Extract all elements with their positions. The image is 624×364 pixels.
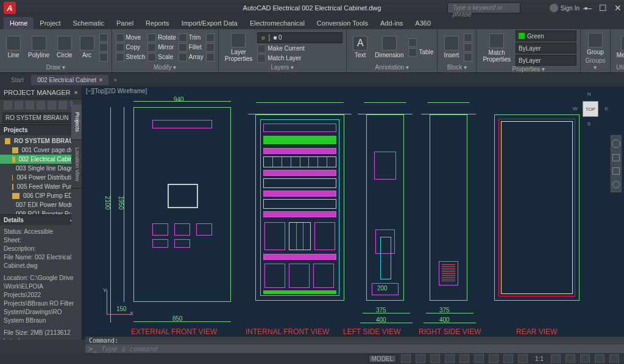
array-button[interactable]: Array (179, 53, 204, 61)
pm-tool-6[interactable] (58, 101, 67, 110)
modify-extra-2[interactable] (206, 43, 214, 52)
tree-item[interactable]: 004 Power Distribution (0, 173, 82, 182)
viewcube-north[interactable]: N (587, 91, 591, 97)
maximize-button[interactable]: ☐ (599, 3, 607, 13)
sb-osnap-icon[interactable] (459, 354, 469, 363)
circle-button[interactable]: Circle (54, 35, 75, 60)
pan-icon[interactable] (612, 154, 620, 161)
scale-button[interactable]: Scale (147, 53, 176, 61)
sb-hardware-icon[interactable] (580, 354, 590, 363)
dimension-button[interactable]: Dimension (372, 35, 406, 60)
tree-item[interactable]: 001 Cover page.dwg (0, 145, 82, 155)
modify-extra-3[interactable] (206, 53, 214, 61)
tree-item[interactable]: 005 Feed Water Pump (0, 182, 82, 191)
orbit-icon[interactable] (612, 181, 620, 188)
draw-extra-3[interactable] (99, 53, 108, 61)
tree-item[interactable]: 007 EDI Power Module (0, 200, 82, 209)
pm-tool-3[interactable] (26, 101, 34, 110)
tab-schematic[interactable]: Schematic (67, 17, 110, 29)
close-tab-icon[interactable]: × (99, 77, 102, 83)
qat-open-icon[interactable] (35, 4, 44, 12)
trim-button[interactable]: Trim (179, 33, 204, 42)
match-layer-button[interactable]: Match Layer (257, 54, 301, 63)
qat-redo-icon[interactable] (76, 4, 84, 12)
view-cube[interactable]: N S E W TOP (574, 93, 607, 125)
pm-tool-5[interactable] (48, 101, 56, 110)
model-space-button[interactable]: MODEL (369, 355, 397, 363)
viewcube-face[interactable]: TOP (583, 101, 598, 117)
tab-conversion[interactable]: Conversion Tools (311, 17, 374, 29)
doc-tab-active[interactable]: 002 Electrical Cabinet× (31, 75, 108, 85)
qat-save-icon[interactable] (49, 4, 57, 12)
tab-home[interactable]: Home (4, 17, 34, 29)
block-extra-3[interactable] (464, 53, 472, 61)
fillet-button[interactable]: Fillet (179, 43, 204, 52)
viewcube-west[interactable]: W (573, 106, 578, 111)
polyline-button[interactable]: Polyline (26, 35, 52, 60)
text-button[interactable]: AText (350, 35, 370, 60)
leader-button[interactable] (408, 38, 433, 47)
sb-cycling-icon[interactable] (518, 354, 528, 363)
move-button[interactable]: Move (116, 33, 146, 42)
linetype-combo[interactable]: ByLayer (516, 55, 576, 66)
tab-project[interactable]: Project (34, 17, 66, 29)
sb-isolate-icon[interactable] (566, 354, 575, 363)
pm-tool-4[interactable] (37, 101, 45, 110)
mirror-button[interactable]: Mirror (147, 43, 176, 52)
copy-button[interactable]: Copy (116, 43, 146, 52)
draw-extra-1[interactable] (99, 33, 108, 42)
layer-properties-button[interactable]: Layer Properties (222, 32, 255, 63)
tree-item-selected[interactable]: 002 Electrical Cabinet (0, 155, 82, 164)
measure-button[interactable]: Measure (614, 35, 624, 60)
stretch-button[interactable]: Stretch (116, 53, 146, 61)
app-logo[interactable]: A (4, 2, 16, 14)
tab-import-export[interactable]: Import/Export Data (176, 17, 244, 29)
sb-grid-icon[interactable] (401, 354, 411, 363)
viewcube-east[interactable]: E (605, 106, 608, 111)
tab-reports[interactable]: Reports (140, 17, 176, 29)
sb-ortho-icon[interactable] (430, 354, 440, 363)
sb-clean-icon[interactable] (595, 354, 604, 363)
sb-gear-icon[interactable] (551, 354, 561, 363)
projects-section-header[interactable]: Projects▾ (0, 124, 82, 135)
drawing-canvas[interactable]: [−][Top][2D Wireframe] 940 2100 1950 150… (82, 86, 624, 340)
layer-combo[interactable]: ☼ │ ■ 0 (257, 32, 342, 43)
tab-addins[interactable]: Add-ins (374, 17, 409, 29)
doc-tab-add[interactable]: + (110, 75, 121, 85)
tree-item[interactable]: 008 RO1 Booster Pump (0, 209, 82, 214)
zoom-extents-icon[interactable] (612, 167, 620, 175)
line-button[interactable]: Line (4, 35, 23, 60)
qat-undo-icon[interactable] (62, 4, 71, 12)
match-properties-button[interactable]: Match Properties (480, 32, 513, 64)
sb-lineweight-icon[interactable] (489, 354, 498, 363)
color-combo[interactable]: Green (516, 30, 576, 41)
sb-snap-icon[interactable] (416, 354, 425, 363)
sb-otrack-icon[interactable] (474, 354, 484, 363)
palette-close-icon[interactable]: × (74, 89, 78, 96)
command-input[interactable] (101, 345, 622, 353)
tab-panel[interactable]: Panel (110, 17, 140, 29)
minimize-button[interactable]: — (583, 3, 592, 13)
tree-item[interactable]: 006 CIP Pump EDI (0, 191, 82, 200)
sign-in-area[interactable]: Sign In ▾ (550, 4, 587, 12)
pm-tool-2[interactable] (15, 101, 23, 110)
tree-item[interactable]: 003 Single line Diagram (0, 164, 82, 173)
draw-extra-2[interactable] (99, 43, 108, 52)
viewcube-south[interactable]: S (587, 121, 590, 127)
make-current-button[interactable]: Make Current (257, 44, 305, 53)
side-tab-projects[interactable]: Projects (71, 105, 82, 140)
sb-polar-icon[interactable] (445, 354, 455, 363)
block-extra-2[interactable] (464, 43, 472, 52)
block-extra-1[interactable] (464, 33, 472, 42)
tab-a360[interactable]: A360 (409, 17, 437, 29)
sb-customize-icon[interactable] (609, 354, 619, 363)
sb-transparency-icon[interactable] (503, 354, 513, 363)
insert-button[interactable]: Insert (441, 35, 461, 60)
active-project-combo[interactable]: RO SYSTEM BBRAUN (2, 113, 79, 123)
viewport-label[interactable]: [−][Top][2D Wireframe] (86, 88, 147, 94)
table-button[interactable]: Table (408, 48, 433, 57)
group-button[interactable]: Group (584, 32, 606, 57)
arc-button[interactable]: Arc (77, 35, 97, 60)
side-tab-location[interactable]: Location View (71, 140, 82, 189)
tree-root[interactable]: RO SYSTEM BBRAUN (0, 136, 82, 145)
